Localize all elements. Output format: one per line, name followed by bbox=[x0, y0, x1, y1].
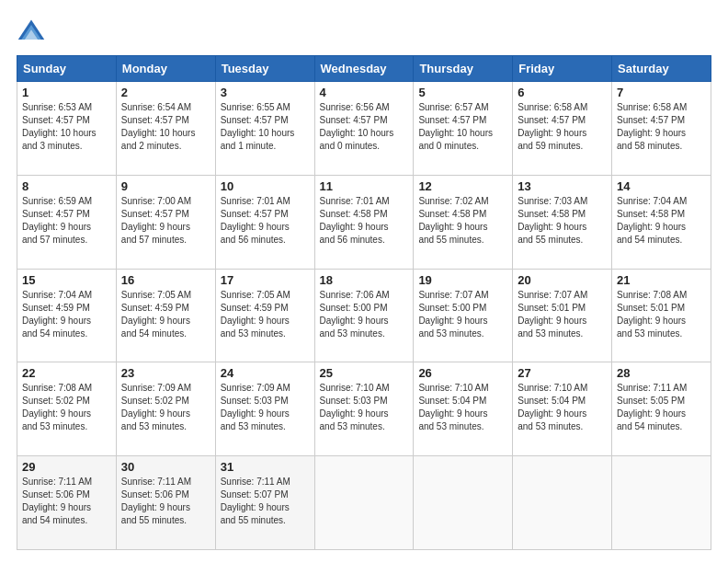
day-cell: 1Sunrise: 6:53 AM Sunset: 4:57 PM Daylig… bbox=[17, 82, 117, 176]
day-number: 31 bbox=[221, 460, 310, 474]
day-number: 28 bbox=[617, 366, 706, 380]
day-number: 4 bbox=[320, 86, 409, 99]
day-info: Sunrise: 7:04 AM Sunset: 4:59 PM Dayligh… bbox=[22, 289, 111, 340]
day-info: Sunrise: 7:07 AM Sunset: 5:01 PM Dayligh… bbox=[518, 289, 607, 340]
day-info: Sunrise: 7:07 AM Sunset: 5:00 PM Dayligh… bbox=[418, 289, 507, 340]
day-number: 9 bbox=[121, 179, 210, 193]
day-info: Sunrise: 7:05 AM Sunset: 4:59 PM Dayligh… bbox=[221, 289, 310, 340]
day-cell: 25Sunrise: 7:10 AM Sunset: 5:03 PM Dayli… bbox=[314, 362, 414, 456]
day-info: Sunrise: 7:01 AM Sunset: 4:58 PM Dayligh… bbox=[320, 195, 409, 247]
day-cell: 29Sunrise: 7:11 AM Sunset: 5:06 PM Dayli… bbox=[17, 456, 117, 550]
day-cell: 10Sunrise: 7:01 AM Sunset: 4:57 PM Dayli… bbox=[215, 175, 314, 269]
day-cell: 28Sunrise: 7:11 AM Sunset: 5:05 PM Dayli… bbox=[612, 362, 711, 456]
day-number: 27 bbox=[518, 366, 607, 380]
day-number: 18 bbox=[320, 273, 409, 287]
day-info: Sunrise: 6:54 AM Sunset: 4:57 PM Dayligh… bbox=[121, 101, 210, 153]
day-number: 30 bbox=[121, 460, 210, 474]
day-cell bbox=[414, 456, 513, 550]
day-info: Sunrise: 6:56 AM Sunset: 4:57 PM Dayligh… bbox=[320, 101, 409, 153]
day-info: Sunrise: 7:08 AM Sunset: 5:01 PM Dayligh… bbox=[617, 289, 706, 340]
day-info: Sunrise: 7:11 AM Sunset: 5:06 PM Dayligh… bbox=[22, 476, 111, 527]
day-number: 20 bbox=[518, 273, 607, 287]
weekday-header-saturday: Saturday bbox=[612, 56, 711, 82]
week-row-3: 15Sunrise: 7:04 AM Sunset: 4:59 PM Dayli… bbox=[17, 269, 711, 362]
day-cell bbox=[612, 456, 711, 550]
day-info: Sunrise: 7:00 AM Sunset: 4:57 PM Dayligh… bbox=[121, 195, 210, 247]
logo-icon bbox=[17, 17, 46, 46]
day-cell: 16Sunrise: 7:05 AM Sunset: 4:59 PM Dayli… bbox=[116, 269, 215, 362]
day-cell bbox=[513, 456, 612, 550]
weekday-header-friday: Friday bbox=[513, 56, 612, 82]
day-number: 5 bbox=[418, 86, 507, 99]
weekday-header-sunday: Sunday bbox=[17, 56, 117, 82]
day-info: Sunrise: 7:11 AM Sunset: 5:05 PM Dayligh… bbox=[617, 382, 706, 433]
day-cell: 21Sunrise: 7:08 AM Sunset: 5:01 PM Dayli… bbox=[612, 269, 711, 362]
day-number: 19 bbox=[418, 273, 507, 287]
header bbox=[17, 17, 711, 46]
day-number: 17 bbox=[221, 273, 310, 287]
day-info: Sunrise: 6:58 AM Sunset: 4:57 PM Dayligh… bbox=[617, 101, 706, 153]
day-info: Sunrise: 6:53 AM Sunset: 4:57 PM Dayligh… bbox=[22, 101, 111, 153]
day-info: Sunrise: 7:11 AM Sunset: 5:06 PM Dayligh… bbox=[121, 476, 210, 527]
day-number: 7 bbox=[617, 86, 706, 99]
day-info: Sunrise: 7:10 AM Sunset: 5:04 PM Dayligh… bbox=[418, 382, 507, 433]
day-number: 13 bbox=[518, 179, 607, 193]
calendar: SundayMondayTuesdayWednesdayThursdayFrid… bbox=[17, 55, 711, 550]
day-info: Sunrise: 6:55 AM Sunset: 4:57 PM Dayligh… bbox=[221, 101, 310, 153]
day-cell: 12Sunrise: 7:02 AM Sunset: 4:58 PM Dayli… bbox=[414, 175, 513, 269]
day-number: 14 bbox=[617, 179, 706, 193]
day-info: Sunrise: 7:08 AM Sunset: 5:02 PM Dayligh… bbox=[22, 382, 111, 433]
day-number: 8 bbox=[22, 179, 111, 193]
day-cell: 31Sunrise: 7:11 AM Sunset: 5:07 PM Dayli… bbox=[215, 456, 314, 550]
day-cell: 24Sunrise: 7:09 AM Sunset: 5:03 PM Dayli… bbox=[215, 362, 314, 456]
day-info: Sunrise: 7:01 AM Sunset: 4:57 PM Dayligh… bbox=[221, 195, 310, 247]
day-number: 2 bbox=[121, 86, 210, 99]
day-number: 10 bbox=[221, 179, 310, 193]
day-cell: 11Sunrise: 7:01 AM Sunset: 4:58 PM Dayli… bbox=[314, 175, 414, 269]
weekday-header-thursday: Thursday bbox=[414, 56, 513, 82]
day-cell: 20Sunrise: 7:07 AM Sunset: 5:01 PM Dayli… bbox=[513, 269, 612, 362]
day-number: 29 bbox=[22, 460, 111, 474]
day-cell: 27Sunrise: 7:10 AM Sunset: 5:04 PM Dayli… bbox=[513, 362, 612, 456]
day-cell bbox=[314, 456, 414, 550]
day-number: 12 bbox=[418, 179, 507, 193]
page: SundayMondayTuesdayWednesdayThursdayFrid… bbox=[0, 0, 728, 563]
day-info: Sunrise: 7:05 AM Sunset: 4:59 PM Dayligh… bbox=[121, 289, 210, 340]
day-cell: 22Sunrise: 7:08 AM Sunset: 5:02 PM Dayli… bbox=[17, 362, 117, 456]
day-number: 22 bbox=[22, 366, 111, 380]
week-row-5: 29Sunrise: 7:11 AM Sunset: 5:06 PM Dayli… bbox=[17, 456, 711, 550]
day-info: Sunrise: 7:09 AM Sunset: 5:02 PM Dayligh… bbox=[121, 382, 210, 433]
day-info: Sunrise: 7:03 AM Sunset: 4:58 PM Dayligh… bbox=[518, 195, 607, 247]
day-number: 25 bbox=[320, 366, 409, 380]
weekday-header-row: SundayMondayTuesdayWednesdayThursdayFrid… bbox=[17, 56, 711, 82]
week-row-2: 8Sunrise: 6:59 AM Sunset: 4:57 PM Daylig… bbox=[17, 175, 711, 269]
week-row-1: 1Sunrise: 6:53 AM Sunset: 4:57 PM Daylig… bbox=[17, 82, 711, 176]
day-info: Sunrise: 7:06 AM Sunset: 5:00 PM Dayligh… bbox=[320, 289, 409, 340]
day-number: 16 bbox=[121, 273, 210, 287]
day-number: 6 bbox=[518, 86, 607, 99]
day-info: Sunrise: 7:10 AM Sunset: 5:04 PM Dayligh… bbox=[518, 382, 607, 433]
day-cell: 26Sunrise: 7:10 AM Sunset: 5:04 PM Dayli… bbox=[414, 362, 513, 456]
day-info: Sunrise: 7:11 AM Sunset: 5:07 PM Dayligh… bbox=[221, 476, 310, 527]
day-number: 3 bbox=[221, 86, 310, 99]
day-cell: 8Sunrise: 6:59 AM Sunset: 4:57 PM Daylig… bbox=[17, 175, 117, 269]
day-info: Sunrise: 7:02 AM Sunset: 4:58 PM Dayligh… bbox=[418, 195, 507, 247]
day-cell: 6Sunrise: 6:58 AM Sunset: 4:57 PM Daylig… bbox=[513, 82, 612, 176]
day-cell: 30Sunrise: 7:11 AM Sunset: 5:06 PM Dayli… bbox=[116, 456, 215, 550]
day-info: Sunrise: 6:57 AM Sunset: 4:57 PM Dayligh… bbox=[418, 101, 507, 153]
day-cell: 17Sunrise: 7:05 AM Sunset: 4:59 PM Dayli… bbox=[215, 269, 314, 362]
day-cell: 14Sunrise: 7:04 AM Sunset: 4:58 PM Dayli… bbox=[612, 175, 711, 269]
day-info: Sunrise: 7:09 AM Sunset: 5:03 PM Dayligh… bbox=[221, 382, 310, 433]
week-row-4: 22Sunrise: 7:08 AM Sunset: 5:02 PM Dayli… bbox=[17, 362, 711, 456]
day-info: Sunrise: 7:10 AM Sunset: 5:03 PM Dayligh… bbox=[320, 382, 409, 433]
day-cell: 7Sunrise: 6:58 AM Sunset: 4:57 PM Daylig… bbox=[612, 82, 711, 176]
day-number: 23 bbox=[121, 366, 210, 380]
day-info: Sunrise: 6:59 AM Sunset: 4:57 PM Dayligh… bbox=[22, 195, 111, 247]
day-number: 11 bbox=[320, 179, 409, 193]
weekday-header-tuesday: Tuesday bbox=[215, 56, 314, 82]
day-number: 24 bbox=[221, 366, 310, 380]
day-cell: 4Sunrise: 6:56 AM Sunset: 4:57 PM Daylig… bbox=[314, 82, 414, 176]
day-cell: 18Sunrise: 7:06 AM Sunset: 5:00 PM Dayli… bbox=[314, 269, 414, 362]
day-cell: 3Sunrise: 6:55 AM Sunset: 4:57 PM Daylig… bbox=[215, 82, 314, 176]
day-number: 26 bbox=[418, 366, 507, 380]
